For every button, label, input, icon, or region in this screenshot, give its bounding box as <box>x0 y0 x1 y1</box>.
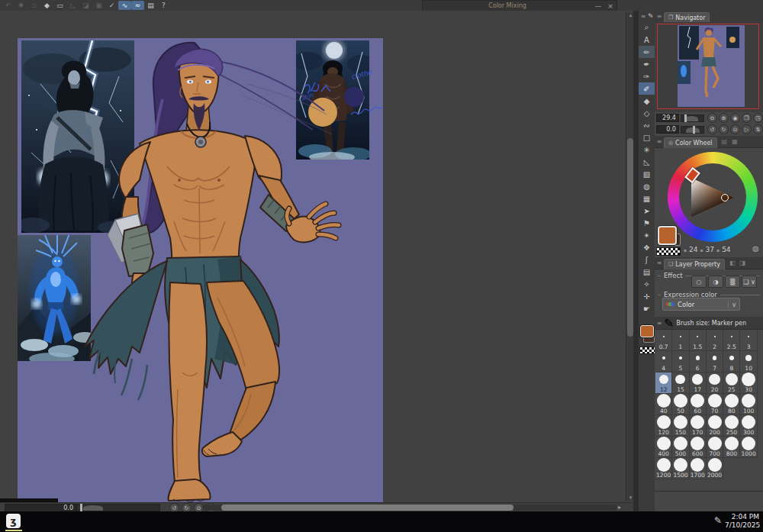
pen-tool[interactable]: ✒ <box>639 58 655 70</box>
navigator-rotation-value[interactable]: 0.0 <box>656 125 679 134</box>
brush-size-cell-400[interactable]: 400 <box>655 437 672 458</box>
hand-tool[interactable]: ☛ <box>639 302 655 314</box>
dropdown-arrow-icon[interactable]: ∨ <box>728 301 739 308</box>
brush-size-cell-600[interactable]: 600 <box>690 437 707 458</box>
vertical-scrollbar-thumb[interactable] <box>627 138 633 337</box>
canvas-frame-tool[interactable]: ▤ <box>639 266 655 278</box>
sv-triangle[interactable] <box>690 176 736 219</box>
brush-size-cell-15[interactable]: 15 <box>672 372 689 394</box>
brush-size-cell-200[interactable]: 200 <box>707 415 723 437</box>
brush-size-cell-250[interactable]: 250 <box>723 415 740 437</box>
color-set-icon[interactable]: ◍ <box>752 244 759 253</box>
auto-select-tool[interactable]: ✳ <box>639 143 655 156</box>
brush-size-cell-20[interactable]: 20 <box>707 372 723 394</box>
border-effect-button[interactable]: ○ <box>691 276 707 288</box>
tab-layer-property[interactable]: ❏ Layer Property <box>664 259 725 269</box>
clip-studio-app-icon[interactable]: ʒ <box>6 514 21 528</box>
layer-color-effect-button[interactable]: ❏ ∨ <box>742 276 757 288</box>
brush-size-cell-30[interactable]: 30 <box>740 372 757 394</box>
zoom-tool[interactable]: ⌕ <box>639 21 655 34</box>
move-tool[interactable]: ✛ <box>639 290 655 302</box>
brush-size-cell-60[interactable]: 60 <box>690 394 707 415</box>
marker-tool[interactable]: ✐ <box>639 82 655 95</box>
curve-tool-icon[interactable]: ∿ <box>118 1 131 10</box>
fit-to-screen-button[interactable]: ◉ <box>730 113 740 123</box>
text-tool[interactable]: A <box>639 34 655 46</box>
brush-size-cell-7[interactable]: 7 <box>707 351 723 372</box>
actual-size-button[interactable]: ❐ <box>742 113 752 123</box>
color-wheel-foreground-swatch[interactable] <box>658 226 677 245</box>
halftone-effect-button[interactable]: ▒ <box>725 276 740 288</box>
tab-layer-alt2[interactable]: ◨ <box>740 260 746 266</box>
crop-canvas-icon[interactable]: ▭ <box>53 1 66 10</box>
soft-eraser-tool[interactable]: ◇ <box>639 107 655 119</box>
line-correct-tool[interactable]: ʃ <box>639 253 655 266</box>
brush-size-cell-170[interactable]: 170 <box>690 415 707 437</box>
scroll-right-icon[interactable]: ▸ <box>618 504 621 511</box>
frame-border-tool[interactable]: ▦ <box>639 192 655 205</box>
brush-size-cell-500[interactable]: 500 <box>672 437 689 458</box>
operation-tool[interactable]: ➤ <box>639 205 655 217</box>
zoom-in-button[interactable]: ⊕ <box>719 113 729 123</box>
brush-size-cell-1200[interactable]: 1200 <box>655 458 672 479</box>
flip-vertical-button[interactable]: ⇅ <box>753 124 763 134</box>
help-icon[interactable]: ? <box>157 1 170 10</box>
transparent-color-swatch[interactable] <box>639 347 655 354</box>
brush-size-cell-100[interactable]: 100 <box>740 394 757 415</box>
flag-tool[interactable]: ⚑ <box>639 217 655 229</box>
brush-size-cell-2000[interactable]: 2000 <box>707 458 723 479</box>
reset-rotation-button[interactable]: ⊙ <box>730 124 740 134</box>
brush-tool[interactable]: ✑ <box>639 70 655 82</box>
fit-window-button[interactable]: ◳ <box>753 113 763 123</box>
horizontal-scrollbar[interactable] <box>202 505 617 511</box>
brush-size-cell-1.5[interactable]: 1.5 <box>690 330 707 351</box>
brush-size-cell-800[interactable]: 800 <box>723 437 740 458</box>
eyedropper-tool[interactable]: ✧ <box>639 278 655 290</box>
close-button[interactable]: × <box>604 2 617 10</box>
brush-size-cell-8[interactable]: 8 <box>723 351 740 372</box>
brush-size-cell-1000[interactable]: 1000 <box>740 437 757 458</box>
decoration-tool[interactable]: ✴ <box>639 229 655 241</box>
brush-size-menu-icon[interactable]: ≡ <box>655 320 664 327</box>
blend-tool[interactable]: ∾ <box>639 119 655 131</box>
tab-layer-alt1[interactable]: ◧ <box>729 260 736 266</box>
foreground-color-swatch[interactable] <box>640 325 654 337</box>
eraser-diamond-icon[interactable]: ◆ <box>40 1 53 10</box>
sv-cursor[interactable] <box>721 194 729 202</box>
brush-size-cell-1700[interactable]: 1700 <box>690 458 707 479</box>
brush-size-cell-1500[interactable]: 1500 <box>672 458 689 479</box>
tab-color-set[interactable]: ▦ <box>732 138 738 145</box>
brush-size-cell-80[interactable]: 80 <box>723 394 740 415</box>
gradient-tool[interactable]: ▧ <box>639 168 655 180</box>
brush-size-cell-6[interactable]: 6 <box>690 351 707 372</box>
canvas-rotation-slider[interactable] <box>76 504 160 511</box>
eraser-tool[interactable]: ◆ <box>639 95 655 107</box>
tab-navigator[interactable]: ❐ Navigator <box>664 12 710 23</box>
brush-size-cell-0.7[interactable]: 0.7 <box>655 330 672 351</box>
flip-horizontal-button[interactable]: ▷ <box>742 124 752 134</box>
brush-size-cell-17[interactable]: 17 <box>690 372 707 394</box>
brush-size-cell-70[interactable]: 70 <box>707 394 723 415</box>
brush-size-cell-25[interactable]: 25 <box>723 372 740 394</box>
brush-size-cell-700[interactable]: 700 <box>707 437 723 458</box>
liquify-tool[interactable]: ◍ <box>639 180 655 192</box>
navigator-zoom-slider[interactable] <box>681 114 704 122</box>
navigator-preview[interactable] <box>655 22 763 112</box>
minimize-button[interactable]: — <box>592 2 604 10</box>
stylus-tray-icon[interactable]: ✎ <box>714 515 722 526</box>
pencil-tool[interactable]: ✏ <box>639 46 655 58</box>
zoom-out-button[interactable]: ⊖ <box>707 113 717 123</box>
brush-size-cell-1[interactable]: 1 <box>672 330 689 351</box>
color-wheel-transparent-swatch[interactable] <box>656 247 681 256</box>
brush-size-cell-3[interactable]: 3 <box>740 330 757 351</box>
brush-size-cell-10[interactable]: 10 <box>740 351 757 372</box>
navigator-zoom-value[interactable]: 29.4 <box>656 114 679 122</box>
brush-size-cell-2.5[interactable]: 2.5 <box>723 330 740 351</box>
brush-size-cell-120[interactable]: 120 <box>655 415 672 437</box>
tab-color-wheel[interactable]: ◎ Color Wheel <box>664 137 717 148</box>
canvas-document[interactable]: Skin clothe <box>18 38 383 502</box>
brush-size-cell-5[interactable]: 5 <box>672 351 689 372</box>
taskbar-clock[interactable]: 2:04 PM 7/10/2025 <box>725 513 759 530</box>
brush-size-cell-150[interactable]: 150 <box>672 415 689 437</box>
brush-size-cell-4[interactable]: 4 <box>655 351 672 372</box>
